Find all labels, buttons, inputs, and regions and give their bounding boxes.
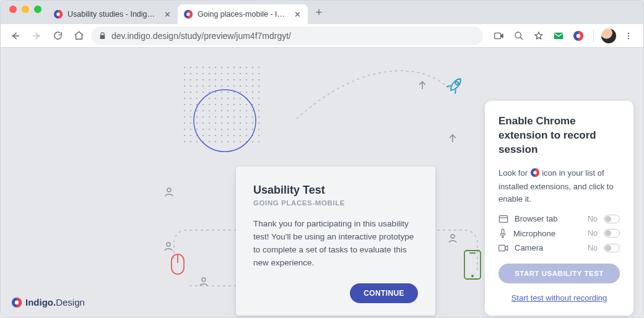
svg-point-23 [451,234,455,238]
rocket-icon [444,75,465,97]
mouse-icon [169,252,186,277]
svg-rect-30 [499,245,505,251]
zoom-button[interactable] [510,27,528,45]
svg-point-3 [186,12,190,16]
window-zoom-button[interactable] [34,6,41,13]
arrow-right-icon [31,30,42,41]
address-bar[interactable]: dev.indigo.design/study/preview/jum4f7md… [91,27,483,45]
indigo-favicon-icon [54,10,63,19]
dots-pattern-icon [183,66,264,147]
panel-text-a: Look for [498,168,528,178]
browser-tab-0[interactable]: Usability studies - Indigo.Design ✕ [48,4,178,24]
perm-toggle[interactable] [604,215,620,223]
svg-rect-27 [499,215,507,222]
indigo-inline-icon [531,168,539,181]
dashed-path-icon [434,227,490,289]
perm-label: Microphone [513,229,581,238]
perm-state: No [588,215,598,223]
start-without-recording-link[interactable]: Start test without recording [511,293,607,303]
perm-toggle[interactable] [604,229,620,238]
window-controls [6,6,48,19]
reload-icon [53,30,63,41]
microphone-icon [498,228,507,238]
magnifier-icon [514,31,524,41]
tab-close-icon[interactable]: ✕ [293,11,302,19]
indigo-extension-icon [573,31,583,41]
toolbar-divider [593,30,594,42]
start-usability-test-button[interactable]: START USABILITY TEST [498,264,620,283]
card-body-text: Thank you for participating in this usab… [253,218,418,270]
perm-row-camera: Camera No [498,243,620,252]
person-icon [163,241,173,251]
window-minimize-button[interactable] [22,6,29,13]
smartphone-icon [463,249,482,281]
nav-back-button[interactable] [7,27,24,45]
window-close-button[interactable] [9,6,17,13]
indigo-extension-button[interactable] [570,27,587,45]
perm-row-browser-tab: Browser tab No [498,214,620,223]
camera-icon [498,244,508,252]
permissions-list: Browser tab No Microphone No Camera No [498,214,620,252]
indigo-brand: Indigo.Design [12,297,85,307]
nav-reload-button[interactable] [49,27,66,45]
star-icon [534,31,544,41]
home-icon [74,30,84,41]
svg-point-21 [167,243,170,246]
address-bar-url: dev.indigo.design/study/preview/jum4f7md… [111,31,291,41]
card-subtitle: GOING PLACES-MOBILE [253,199,418,207]
arrow-left-icon [10,30,21,41]
person-icon [448,233,458,243]
continue-button[interactable]: CONTINUE [350,283,418,303]
camera-button[interactable] [490,27,508,45]
svg-point-19 [471,275,474,277]
profile-avatar[interactable] [600,27,617,45]
svg-point-26 [533,171,537,174]
svg-point-10 [628,35,629,36]
perm-toggle[interactable] [604,244,620,252]
mail-extension-button[interactable] [550,27,567,45]
browser-tabstrip: Usability studies - Indigo.Design ✕ Goin… [1,1,643,24]
panel-description: Look for icon in your list of installed … [498,167,620,205]
svg-rect-13 [183,66,264,147]
svg-point-32 [15,300,19,304]
arrow-up-icon [417,80,428,91]
svg-point-5 [515,32,521,38]
lock-icon [98,32,107,40]
svg-rect-4 [495,33,501,38]
browser-menu-button[interactable] [620,27,637,45]
svg-point-11 [628,37,629,38]
indigo-logo-icon [12,298,22,307]
mail-icon [554,32,564,40]
indigo-favicon-icon [184,10,193,19]
svg-point-1 [56,12,60,16]
nav-home-button[interactable] [70,27,87,45]
perm-label: Browser tab [515,214,581,223]
card-heading: Usability Test [253,184,418,197]
person-icon [199,277,209,286]
perm-row-microphone: Microphone No [498,228,620,238]
browser-tab-title: Going places-mobile - Indigo.D [198,10,288,19]
page-viewport: Usability Test GOING PLACES-MOBILE Thank… [1,48,643,317]
browser-tab-1[interactable]: Going places-mobile - Indigo.D ✕ [178,4,308,24]
browser-tab-title: Usability studies - Indigo.Design [67,10,158,19]
bookmark-button[interactable] [530,27,547,45]
perm-state: No [588,229,598,238]
recording-panel: Enable Chrome extension to record sessio… [485,101,633,316]
browser-tab-icon [498,215,508,223]
browser-toolbar: dev.indigo.design/study/preview/jum4f7md… [1,24,643,48]
video-icon [494,32,504,40]
new-tab-button[interactable]: + [310,4,328,21]
svg-point-8 [577,33,580,37]
dashed-path-icon [162,227,248,277]
nav-forward-button[interactable] [28,27,45,45]
brand-text: Indigo.Design [25,297,85,307]
svg-point-14 [194,90,256,152]
toolbar-actions [490,27,637,45]
person-icon [164,187,174,197]
tab-close-icon[interactable]: ✕ [163,11,172,19]
svg-point-22 [202,278,206,281]
svg-point-15 [455,81,459,85]
avatar-icon [601,28,616,43]
svg-rect-18 [464,251,481,279]
usability-intro-card: Usability Test GOING PLACES-MOBILE Thank… [236,166,435,316]
